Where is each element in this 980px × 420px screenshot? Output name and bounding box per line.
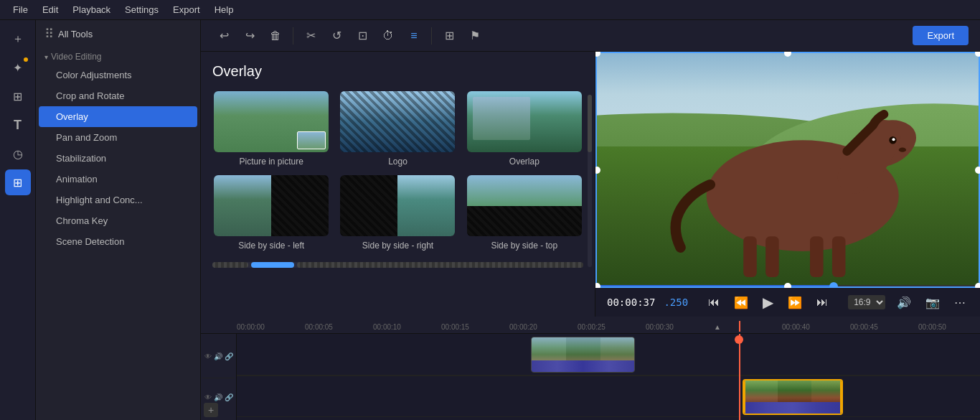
all-tools-header[interactable]: ⠿ All Tools: [36, 20, 200, 47]
tool-crop-rotate[interactable]: Crop and Rotate: [39, 85, 197, 106]
snapshot-button[interactable]: 📷: [923, 294, 943, 311]
icon-sidebar: ＋ ✦ ⊞ T ◷ ⊞: [0, 20, 36, 420]
video-editing-section[interactable]: ▾ Video Editing: [36, 47, 200, 65]
trim-button[interactable]: ↺: [325, 24, 348, 47]
time-display: 00:00:37: [607, 297, 655, 308]
more-options-button[interactable]: ⋯: [951, 294, 969, 311]
tracks-area[interactable]: [237, 334, 980, 420]
history-button[interactable]: ◷: [5, 141, 31, 167]
video-clip-2[interactable]: [743, 379, 843, 415]
effects-button[interactable]: ⊞: [5, 169, 31, 195]
tools-panel: ⠿ All Tools ▾ Video Editing Color Adjust…: [36, 20, 201, 420]
export-button[interactable]: Export: [913, 26, 969, 45]
pip-button[interactable]: ⊞: [438, 24, 461, 47]
align-button[interactable]: ≡: [402, 24, 425, 47]
add-media-button[interactable]: ＋: [5, 26, 31, 52]
overlay-scroll-left: [212, 262, 248, 268]
overlay-scrollbar-track[interactable]: [212, 262, 583, 268]
menu-help[interactable]: Help: [207, 3, 241, 17]
track-icons-2: 👁 🔊 🔗: [204, 393, 233, 401]
video-progress-bar[interactable]: [595, 285, 980, 288]
overlay-vscrollbar-track[interactable]: [588, 95, 592, 267]
tool-chroma-key[interactable]: Chroma Key: [39, 210, 197, 231]
ruler-time-10: 00:00:50: [918, 323, 946, 331]
skip-end-button[interactable]: ⏭: [814, 294, 831, 310]
ruler-mark-2: 00:00:10: [373, 321, 441, 332]
speed-button[interactable]: ⏱: [377, 24, 400, 47]
horse-scene: [595, 52, 980, 288]
track-label-1: 👁 🔊 🔗: [202, 337, 235, 376]
track2-link-icon[interactable]: 🔗: [225, 393, 233, 401]
ruler-mark-6: 00:00:30: [646, 321, 714, 332]
tools-dots-icon: ⠿: [44, 26, 54, 42]
layout-button[interactable]: ⊞: [5, 83, 31, 109]
cut-button[interactable]: ✂: [299, 24, 322, 47]
pin-button[interactable]: ✦: [5, 55, 31, 80]
tool-stabilization[interactable]: Stabilization: [39, 148, 197, 169]
delete-button[interactable]: 🗑: [264, 24, 287, 47]
clip-right-handle[interactable]: [840, 381, 843, 414]
play-button[interactable]: ▶: [760, 292, 776, 312]
menu-file[interactable]: File: [6, 3, 35, 17]
tool-highlight[interactable]: Highlight and Conc...: [39, 190, 197, 210]
clip-thumbnails-2: [744, 381, 842, 405]
menu-settings[interactable]: Settings: [118, 3, 166, 17]
clip-left-handle[interactable]: [743, 381, 745, 414]
side-right-label: Side by side - right: [362, 241, 433, 251]
clip-thumb-2c: [811, 381, 842, 405]
overlay-grid: Picture in picture Logo: [212, 91, 583, 251]
overlay-panel: Overlay Picture in picture: [201, 52, 595, 317]
video-progress-fill: [595, 285, 834, 288]
overlay-scroll-thumb: [251, 262, 294, 268]
text-button[interactable]: T: [5, 112, 31, 138]
overlay-side-left[interactable]: Side by side - left: [212, 175, 330, 251]
track-link-icon[interactable]: 🔗: [225, 353, 233, 360]
tool-pan-zoom[interactable]: Pan and Zoom: [39, 127, 197, 148]
tool-color-adjustments[interactable]: Color Adjustments: [39, 65, 197, 85]
ruler-mark-7: ▲: [714, 321, 782, 332]
tool-animation[interactable]: Animation: [39, 169, 197, 190]
crop-button[interactable]: ⊡: [351, 24, 374, 47]
overlay-side-right[interactable]: Side by side - right: [339, 175, 456, 251]
tool-overlay[interactable]: Overlay: [39, 106, 197, 127]
track2-eye-icon[interactable]: 👁: [204, 393, 212, 401]
skip-start-button[interactable]: ⏮: [705, 294, 722, 310]
track2-audio-icon[interactable]: 🔊: [214, 393, 222, 401]
ruler-time-6: 00:00:30: [646, 323, 674, 331]
video-progress-thumb[interactable]: [829, 282, 838, 288]
aspect-ratio-select[interactable]: 16:9: [848, 295, 885, 309]
step-forward-button[interactable]: ⏩: [785, 294, 805, 311]
clip-thumbnails-1: [532, 337, 634, 362]
track-audio-icon[interactable]: 🔊: [214, 353, 222, 360]
overlay-overlap[interactable]: Overlap: [466, 91, 583, 167]
redo-button[interactable]: ↪: [238, 24, 261, 47]
add-track-button[interactable]: +: [204, 403, 218, 417]
video-clip-1[interactable]: [531, 337, 635, 373]
svg-rect-5: [832, 236, 846, 277]
ruler-marks-container: 00:00:00 00:00:05 00:00:10 00:00:15 00:0…: [237, 321, 980, 332]
track-eye-icon[interactable]: 👁: [204, 353, 212, 360]
side-right-thumb: [340, 175, 455, 236]
volume-button[interactable]: 🔊: [894, 294, 914, 311]
audio-waveform-1: [532, 360, 634, 372]
ruler-playhead: [739, 321, 740, 332]
clip-thumb-1a: [532, 337, 566, 362]
main-layout: ＋ ✦ ⊞ T ◷ ⊞ ⠿ All Tools ▾ Video Editing …: [0, 20, 980, 420]
menu-playback[interactable]: Playback: [65, 3, 118, 17]
preview-controls: 00:00:37.250 ⏮ ⏪ ▶ ⏩ ⏭ 16:9 🔊 📷 ⋯: [595, 288, 980, 317]
timeline: 00:00:00 00:00:05 00:00:10 00:00:15 00:0…: [201, 317, 980, 420]
undo-button[interactable]: ↩: [212, 24, 235, 47]
overlay-picture-in-picture[interactable]: Picture in picture: [212, 91, 330, 167]
menu-export[interactable]: Export: [166, 3, 207, 17]
flag-button[interactable]: ⚑: [463, 24, 486, 47]
pip-label: Picture in picture: [239, 157, 303, 167]
ruler-time-0: 00:00:00: [237, 323, 265, 331]
overlay-vscrollbar-thumb: [588, 95, 592, 152]
ruler-mark-8: 00:00:40: [782, 321, 850, 332]
menubar: File Edit Playback Settings Export Help: [0, 0, 980, 20]
tool-scene-detection[interactable]: Scene Detection: [39, 231, 197, 252]
overlay-side-top[interactable]: Side by side - top: [466, 175, 583, 251]
step-back-button[interactable]: ⏪: [731, 294, 751, 311]
overlay-logo[interactable]: Logo: [339, 91, 456, 167]
menu-edit[interactable]: Edit: [35, 3, 65, 17]
